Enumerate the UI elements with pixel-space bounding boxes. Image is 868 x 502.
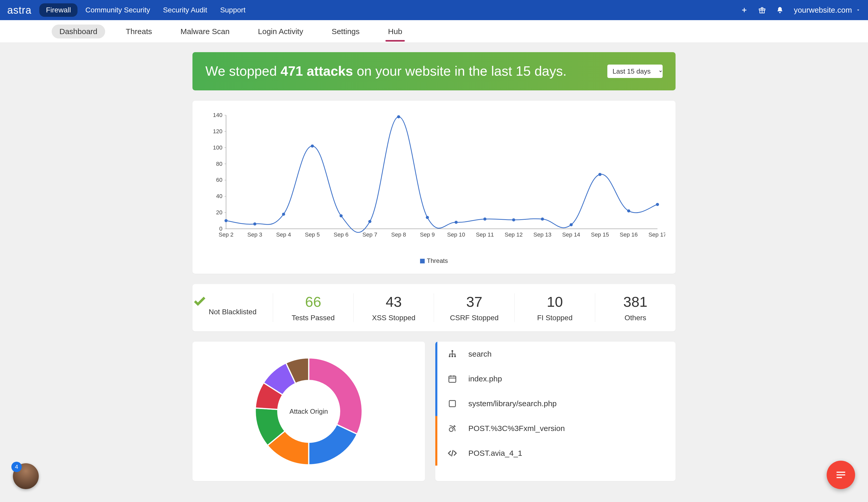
chat-fab[interactable]	[827, 461, 855, 489]
svg-point-37	[253, 222, 256, 226]
tab-malware-scan[interactable]: Malware Scan	[173, 24, 237, 39]
svg-text:Sep 14: Sep 14	[562, 231, 580, 238]
list-item[interactable]: POST.%3C%3Fxml_version	[435, 416, 675, 441]
topbar: astra Firewall Community Security Securi…	[0, 0, 868, 20]
svg-text:120: 120	[213, 128, 223, 134]
list-item-label: index.php	[468, 375, 502, 383]
svg-text:Sep 2: Sep 2	[218, 231, 234, 238]
calendar-icon	[448, 374, 458, 384]
banner-prefix: We stopped	[205, 63, 280, 79]
tab-threats[interactable]: Threats	[118, 24, 160, 39]
logo: astra	[7, 4, 32, 16]
stat-others: 381Others	[595, 293, 675, 322]
list-item-label: POST.%3C%3Fxml_version	[468, 424, 565, 433]
threats-chart-card: 020406080100120140Sep 2Sep 3Sep 4Sep 5Se…	[193, 101, 675, 274]
stat-label: XSS Stopped	[354, 314, 434, 322]
svg-text:Sep 17: Sep 17	[648, 231, 665, 238]
list-item[interactable]: index.php	[435, 366, 675, 391]
stat-value: 43	[354, 293, 434, 310]
list-item[interactable]: search	[435, 342, 675, 366]
square-icon	[448, 399, 458, 408]
svg-text:60: 60	[216, 177, 223, 183]
tab-login-activity[interactable]: Login Activity	[250, 24, 311, 39]
chart-legend: Threats	[203, 257, 665, 264]
svg-point-40	[340, 214, 342, 217]
svg-point-41	[369, 220, 371, 223]
stat-fi-stopped: 10FI Stopped	[515, 293, 595, 322]
svg-text:Sep 8: Sep 8	[391, 231, 406, 238]
svg-text:100: 100	[213, 144, 223, 150]
bell-icon[interactable]	[776, 7, 784, 14]
legend-label: Threats	[427, 257, 448, 264]
stat-value: 10	[515, 293, 595, 310]
svg-point-49	[598, 173, 601, 176]
plus-icon[interactable]	[741, 7, 748, 14]
tab-hub[interactable]: Hub	[380, 24, 410, 39]
svg-text:Sep 9: Sep 9	[420, 231, 435, 238]
svg-text:Sep 10: Sep 10	[447, 231, 465, 238]
list-item[interactable]: system/library/search.php	[435, 391, 675, 416]
list-item-label: POST.avia_4_1	[468, 449, 522, 458]
nav-firewall[interactable]: Firewall	[39, 3, 78, 17]
svg-text:Sep 3: Sep 3	[247, 231, 262, 238]
svg-point-42	[397, 115, 400, 118]
stat-label: Tests Passed	[273, 314, 353, 322]
gift-icon[interactable]	[758, 6, 766, 14]
svg-point-39	[311, 144, 314, 147]
nav-security-audit[interactable]: Security Audit	[163, 6, 207, 14]
code-icon	[448, 449, 458, 458]
svg-text:0: 0	[219, 226, 223, 232]
svg-rect-52	[452, 350, 453, 352]
list-item-label: search	[468, 350, 492, 358]
svg-point-43	[426, 216, 429, 219]
donut-center-label: Attack Origin	[290, 407, 328, 415]
stat-tests-passed: 66Tests Passed	[273, 293, 354, 322]
banner-text: We stopped 471 attacks on your website i…	[205, 63, 567, 80]
legend-swatch	[420, 259, 425, 263]
svg-point-46	[512, 218, 515, 221]
nav-community-security[interactable]: Community Security	[85, 6, 150, 14]
svg-point-58	[449, 428, 453, 431]
banner-suffix: on your website in the last 15 days.	[353, 63, 567, 79]
stat-not-blacklisted: Not Blacklisted	[193, 293, 273, 322]
tab-dashboard[interactable]: Dashboard	[52, 24, 105, 39]
stat-value: 66	[273, 293, 353, 310]
attack-origin-card: Attack Origin	[193, 342, 425, 481]
satellite-icon	[448, 424, 458, 433]
stat-label: CSRF Stopped	[434, 314, 514, 322]
svg-rect-57	[449, 400, 455, 407]
stat-label: Not Blacklisted	[193, 308, 273, 316]
site-dropdown[interactable]: yourwebsite.com	[794, 6, 861, 14]
threats-line-chart: 020406080100120140Sep 2Sep 3Sep 4Sep 5Se…	[203, 110, 665, 244]
chevron-down-icon	[856, 8, 861, 13]
stat-xss-stopped: 43XSS Stopped	[354, 293, 434, 322]
svg-rect-55	[454, 356, 456, 357]
svg-rect-53	[449, 356, 451, 357]
svg-text:Sep 4: Sep 4	[276, 231, 291, 238]
svg-text:Sep 5: Sep 5	[305, 231, 320, 238]
svg-rect-54	[452, 356, 453, 357]
stat-label: Others	[595, 314, 675, 322]
tab-settings[interactable]: Settings	[324, 24, 367, 39]
site-label: yourwebsite.com	[794, 6, 852, 14]
svg-point-47	[541, 218, 544, 220]
svg-point-36	[225, 219, 228, 222]
svg-text:Sep 15: Sep 15	[591, 231, 609, 238]
svg-text:20: 20	[216, 209, 223, 216]
summary-banner: We stopped 471 attacks on your website i…	[193, 52, 675, 90]
stat-label: FI Stopped	[515, 314, 595, 322]
timerange-select[interactable]: Last 15 days	[607, 65, 663, 78]
svg-text:Sep 16: Sep 16	[620, 231, 638, 238]
support-avatar[interactable]: 4	[13, 463, 39, 489]
stats-row: Not Blacklisted66Tests Passed43XSS Stopp…	[193, 284, 675, 331]
list-item-label: system/library/search.php	[468, 399, 557, 408]
svg-text:Sep 6: Sep 6	[334, 231, 349, 238]
stat-value	[193, 293, 273, 308]
svg-text:Sep 12: Sep 12	[505, 231, 523, 238]
stat-value: 381	[595, 293, 675, 310]
nav-support[interactable]: Support	[220, 6, 245, 14]
svg-text:80: 80	[216, 160, 223, 167]
attack-targets-list: searchindex.phpsystem/library/search.php…	[435, 342, 675, 481]
list-item[interactable]: POST.avia_4_1	[435, 441, 675, 466]
banner-count: 471 attacks	[280, 63, 353, 79]
